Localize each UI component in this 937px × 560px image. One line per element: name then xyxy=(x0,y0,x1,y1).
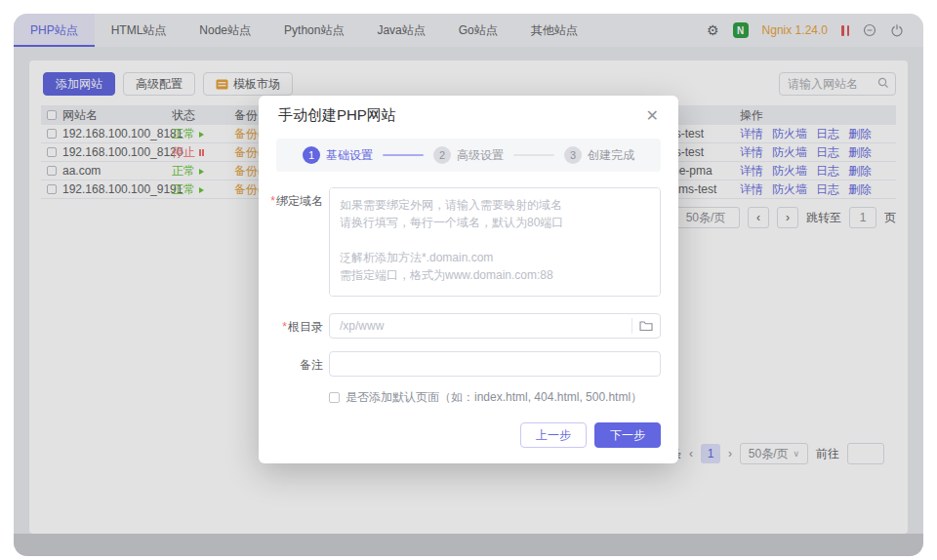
step-advanced-settings: 2 高级设置 xyxy=(433,146,504,164)
app-window: PHP站点 HTML站点 Node站点 Python站点 Java站点 Go站点… xyxy=(14,14,923,556)
remark-input[interactable] xyxy=(329,351,661,377)
prev-step-button[interactable]: 上一步 xyxy=(520,422,587,448)
step-create-complete: 3 创建完成 xyxy=(564,146,634,164)
modal-title: 手动创建PHP网站 xyxy=(278,106,396,125)
close-icon[interactable]: ✕ xyxy=(646,106,659,125)
default-page-checkbox[interactable] xyxy=(329,392,340,403)
folder-picker-icon[interactable] xyxy=(632,320,660,332)
step-connector xyxy=(513,154,554,156)
modal-header: 手动创建PHP网站 ✕ xyxy=(259,96,678,135)
step-basic-settings: 1 基础设置 xyxy=(303,146,373,164)
step-connector xyxy=(383,154,424,156)
create-php-site-modal: 手动创建PHP网站 ✕ 1 基础设置 2 高级设置 3 创建完成 *绑定域名 xyxy=(259,96,678,463)
root-dir-input[interactable] xyxy=(330,319,631,333)
domain-label: *绑定域名 xyxy=(259,187,323,300)
domain-textarea[interactable] xyxy=(329,187,661,297)
root-dir-label: *根目录 xyxy=(259,313,323,339)
wizard-stepper: 1 基础设置 2 高级设置 3 创建完成 xyxy=(276,139,661,172)
modal-footer: 上一步 下一步 xyxy=(520,422,661,448)
next-step-button[interactable]: 下一步 xyxy=(594,422,661,448)
create-site-form: *绑定域名 *根目录 备注 xyxy=(259,172,678,406)
remark-label: 备注 xyxy=(259,351,323,377)
default-page-checkbox-label: 是否添加默认页面（如：index.html, 404.html, 500.htm… xyxy=(346,389,642,406)
